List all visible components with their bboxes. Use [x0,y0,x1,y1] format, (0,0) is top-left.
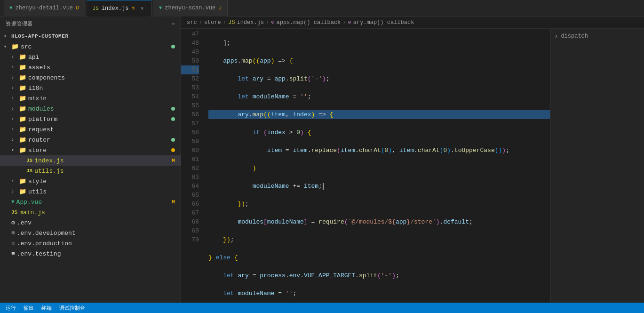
sidebar-item-utils-js[interactable]: JS utils.js [0,166,181,176]
breadcrumb: src › store › JS index.js › ⊙ apps.map()… [181,16,644,29]
item-label: mixin [28,95,181,102]
bc-apps-cb: apps.map() callback [276,19,341,26]
item-label: i18n [28,85,181,92]
sidebar-item-platform[interactable]: › 📁 platform [0,114,181,124]
chevron-right-icon: › [11,75,19,80]
modified-dot [171,45,175,48]
item-label: style [28,178,181,185]
bc-sep: › [342,19,346,26]
tab-index-js[interactable]: JS index.js M ✕ [87,0,151,16]
modified-dot [171,107,175,111]
tab-zhenyu-scan[interactable]: ▼ zhenyu-scan.vue U [153,0,228,16]
js-icon: JS [11,209,17,215]
chevron-right-icon: › [11,96,19,101]
folder-icon: 📁 [19,188,26,195]
sidebar-item-request[interactable]: › 📁 request [0,124,181,135]
sidebar-tree: ▾ HLOS-APP-CUSTOMER ▾ 📁 src › 📁 api › 📁 … [0,31,181,303]
sidebar-item-index-js[interactable]: JS index.js M [0,155,181,166]
sidebar-item-main-js[interactable]: JS main.js [0,207,181,217]
folder-icon: 📁 [19,53,26,61]
sidebar-item-env[interactable]: ⚙ .env [0,217,181,228]
folder-icon: 📁 [19,177,26,185]
item-label: src [21,43,171,50]
folder-icon: 📁 [19,126,26,133]
modified-dot [171,148,175,152]
item-label: .env.production [17,240,181,247]
bc-js-icon: JS [228,19,235,26]
bc-sep: › [266,19,269,26]
sidebar-header: 资源管理器 ⋯ [0,16,181,31]
sidebar-item-assets[interactable]: › 📁 assets [0,62,181,72]
sidebar-title: 资源管理器 [6,20,33,27]
main-layout: 资源管理器 ⋯ ▾ HLOS-APP-CUSTOMER ▾ 📁 src › 📁 [0,16,644,303]
status-bar: 运行 输出 终端 调试控制台 [0,303,644,313]
sidebar-item-components[interactable]: › 📁 components [0,72,181,83]
bc-store: store [204,19,221,26]
chevron-right-icon: › [11,86,19,91]
tab-zhenyu-detail[interactable]: ▼ zhenyu-detail.vue U [4,0,85,16]
sidebar-item-src[interactable]: ▾ 📁 src [0,41,181,52]
sidebar-item-i18n[interactable]: › 📁 i18n [0,83,181,93]
sidebar-item-api[interactable]: › 📁 api [0,52,181,62]
sidebar-item-app-vue[interactable]: ▼ App.vue M [0,197,181,207]
chevron-right-icon: › [11,65,19,70]
sidebar: 资源管理器 ⋯ ▾ HLOS-APP-CUSTOMER ▾ 📁 src › 📁 [0,16,181,303]
bc-src: src [187,19,197,26]
js-icon: JS [26,168,32,174]
sidebar-item-mixin[interactable]: › 📁 mixin [0,93,181,104]
editor-area: src › store › JS index.js › ⊙ apps.map()… [181,16,644,303]
root-label: HLOS-APP-CUSTOMER [11,33,181,39]
item-label: index.js [34,157,172,164]
right-panel: › dispatch [550,29,644,303]
folder-icon: 📁 [19,74,26,81]
folder-icon: 📁 [19,84,26,92]
sidebar-item-style[interactable]: › 📁 style [0,176,181,186]
chevron-down-icon: ▾ [11,147,19,153]
chevron-right-icon: › [11,117,19,122]
sidebar-header-icons: ⋯ [172,21,175,27]
status-run[interactable]: 运行 [6,305,16,312]
chevron-icon: ▾ [4,33,11,39]
item-label: router [28,136,171,144]
line-numbers: 47484950 51 5253545556575859 60616263646… [181,29,205,303]
chevron-right-icon: › [554,32,558,40]
chevron-right-icon: › [11,106,19,112]
status-terminal[interactable]: 终端 [41,305,52,312]
sidebar-item-utils[interactable]: › 📁 utils [0,186,181,197]
sidebar-item-env-test[interactable]: ≡ .env.testing [0,249,181,259]
sidebar-item-modules[interactable]: › 📁 modules [0,104,181,114]
sidebar-item-env-prod[interactable]: ≡ .env.production [0,238,181,249]
item-label: .env.testing [17,250,181,257]
item-label: main.js [19,209,181,216]
modified-dot [171,138,175,142]
js-icon: JS [93,6,99,11]
sidebar-item-store[interactable]: ▾ 📁 store [0,145,181,155]
env-icon: ≡ [11,250,15,257]
item-label: request [28,126,181,133]
more-icon[interactable]: ⋯ [172,21,175,27]
chevron-right-icon: › [11,179,19,184]
tab-badge: U [218,5,222,11]
status-output[interactable]: 输出 [24,305,34,312]
bc-indexjs: index.js [237,19,264,26]
sidebar-root[interactable]: ▾ HLOS-APP-CUSTOMER [0,31,181,41]
sidebar-item-router[interactable]: › 📁 router [0,135,181,145]
status-debug[interactable]: 调试控制台 [59,305,85,312]
editor-content: 47484950 51 5253545556575859 60616263646… [181,29,644,303]
item-label: assets [28,64,181,71]
folder-icon: 📁 [19,146,26,154]
item-label: .env [17,219,181,226]
js-icon: JS [26,158,32,163]
folder-icon: 📁 [19,115,26,123]
vue-icon: ▼ [159,5,162,11]
vue-icon: ▼ [11,199,15,205]
sidebar-item-env-dev[interactable]: ≡ .env.development [0,228,181,238]
chevron-right-icon: › [11,55,19,60]
code-editor[interactable]: ]; apps.map((app) => { let ary = app.spl… [205,29,550,303]
dispatch-label: dispatch [561,33,588,40]
chevron-right-icon: › [11,127,19,132]
tab-badge: U [76,5,79,11]
tab-label: index.js [102,5,129,12]
close-icon[interactable]: ✕ [139,5,145,12]
folder-icon: 📁 [19,95,26,102]
